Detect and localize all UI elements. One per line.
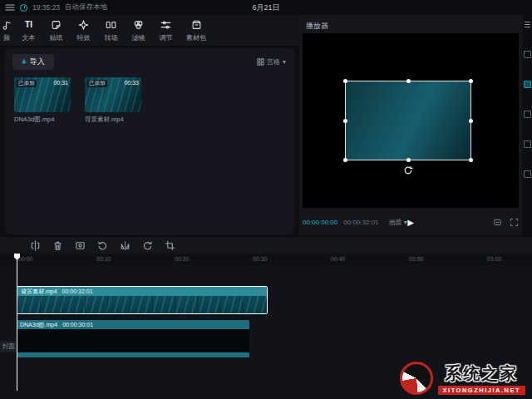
media-duration: 00:31 xyxy=(53,80,68,86)
rotate-handle[interactable] xyxy=(403,164,413,174)
player-controls: 00:00:00:00 00:00:32:01 画质 ▾ ▶ xyxy=(303,216,519,229)
video-editor-window: 19:35:23 自动保存本地 6月21日 频 TI 文本 贴纸 特效 转场 滤… xyxy=(0,0,532,399)
sticker-icon xyxy=(50,19,62,31)
tab-transition[interactable]: 转场 xyxy=(97,19,125,42)
media-thumbnail[interactable]: 已添加 00:31 xyxy=(14,77,71,112)
clip-duration: 00:00:30:01 xyxy=(62,322,93,328)
tab-filter[interactable]: 滤镜 xyxy=(125,19,152,42)
timeline-ruler[interactable]: 00:00 00:10 00:20 00:30 00:40 00:50 01:0… xyxy=(0,254,532,265)
ruler-label: 00:10 xyxy=(96,256,111,262)
ruler-label: 01:00 xyxy=(487,256,502,262)
import-button[interactable]: + 导入 xyxy=(12,54,54,70)
timeline-toolbar xyxy=(0,236,532,254)
playhead-line[interactable] xyxy=(17,254,17,391)
clip-name: DNA3d图.mp4 xyxy=(20,321,57,329)
freeze-frame-icon[interactable] xyxy=(75,240,86,251)
resize-handle[interactable] xyxy=(469,158,473,162)
reverse-icon[interactable] xyxy=(97,240,108,251)
tab-material-pack[interactable]: 素材包 xyxy=(180,19,213,42)
resize-handle[interactable] xyxy=(343,119,347,123)
total-timecode: 00:00:32:01 xyxy=(343,219,378,226)
adjust-icon xyxy=(160,19,172,31)
media-item[interactable]: 已添加 00:33 背景素材.mp4 xyxy=(85,77,141,124)
clip-duration: 00:00:32:01 xyxy=(62,288,93,294)
resize-handle[interactable] xyxy=(406,79,411,83)
ruler-label: 00:50 xyxy=(409,256,424,262)
watermark-logo xyxy=(400,362,433,395)
tab-sticker[interactable]: 贴纸 xyxy=(42,19,70,42)
text-icon: TI xyxy=(25,19,32,31)
menu-icon[interactable] xyxy=(5,3,15,12)
clip-audio-strip xyxy=(17,352,249,357)
rail-active-panel-icon[interactable] xyxy=(524,81,531,88)
chevron-down-icon: ▾ xyxy=(283,58,286,66)
split-icon[interactable] xyxy=(30,240,41,251)
media-grid: 已添加 00:31 DNA3d图.mp4 已添加 00:33 背景素材.mp4 xyxy=(5,70,294,124)
crop-icon[interactable] xyxy=(165,240,175,251)
selected-clip-preview[interactable] xyxy=(345,81,471,160)
autosave-time: 19:35:23 xyxy=(32,3,60,12)
rail-panel-icon[interactable] xyxy=(524,51,531,58)
media-filename: DNA3d图.mp4 xyxy=(14,116,71,124)
play-button[interactable]: ▶ xyxy=(407,218,414,227)
media-panel-header: + 导入 宫格 ▾ xyxy=(5,48,294,70)
current-timecode: 00:00:00:00 xyxy=(303,219,337,226)
timeline-clip[interactable]: DNA3d图.mp4 00:00:30:01 xyxy=(17,320,249,358)
right-rail xyxy=(523,15,532,235)
media-library-panel: + 导入 宫格 ▾ 已添加 00:31 DNA3d图.mp4 已添加 00:33 xyxy=(5,48,294,234)
watermark: 系统之家 XITONGZHIJIA.NET xyxy=(400,362,525,395)
watermark-site: XITONGZHIJIA.NET xyxy=(438,386,525,395)
import-label: 导入 xyxy=(30,57,45,67)
player-title: 播放器 xyxy=(299,15,522,32)
resize-handle[interactable] xyxy=(406,158,411,162)
grid-icon xyxy=(257,58,264,66)
audio-icon xyxy=(1,19,13,31)
quality-dropdown[interactable]: 画质 ▾ xyxy=(389,218,407,227)
filter-icon xyxy=(132,19,145,31)
rail-panel-icon[interactable] xyxy=(524,140,531,148)
view-mode-label: 宫格 xyxy=(267,57,280,66)
resize-handle[interactable] xyxy=(343,79,347,83)
clock-icon xyxy=(20,4,27,12)
effects-icon xyxy=(77,19,90,31)
resize-handle[interactable] xyxy=(343,158,347,162)
plus-icon: + xyxy=(22,58,27,66)
autosave-status: 自动保存本地 xyxy=(65,2,107,12)
delete-icon[interactable] xyxy=(52,240,63,251)
tab-adjust[interactable]: 调节 xyxy=(152,19,180,42)
view-mode-dropdown[interactable]: 宫格 ▾ xyxy=(257,57,286,66)
fullscreen-button[interactable] xyxy=(510,218,519,227)
rotate-icon[interactable] xyxy=(142,240,153,251)
top-bar: 19:35:23 自动保存本地 6月21日 xyxy=(0,0,532,15)
rail-panel-icon[interactable] xyxy=(524,170,531,178)
tab-effects[interactable]: 特效 xyxy=(70,19,97,42)
ratio-icon xyxy=(493,218,502,227)
media-duration: 00:33 xyxy=(124,80,139,86)
ruler-label: 00:20 xyxy=(175,256,190,262)
watermark-title: 系统之家 xyxy=(445,362,518,385)
player-panel: 播放器 00:00:00:00 00:00:32:01 画质 ▾ ▶ xyxy=(299,15,522,235)
ruler-label: 00:00 xyxy=(18,256,33,262)
media-thumbnail[interactable]: 已添加 00:33 xyxy=(85,77,141,112)
ruler-label: 00:40 xyxy=(331,256,346,262)
mirror-icon[interactable] xyxy=(120,240,131,251)
rail-menu-icon[interactable] xyxy=(525,22,530,28)
transition-icon xyxy=(105,19,117,31)
media-item[interactable]: 已添加 00:31 DNA3d图.mp4 xyxy=(14,77,71,124)
tab-audio[interactable]: 频 xyxy=(0,19,15,42)
media-filename: 背景素材.mp4 xyxy=(85,116,141,124)
rotate-icon xyxy=(403,165,413,175)
ratio-button[interactable] xyxy=(493,218,502,227)
cover-button[interactable]: 封面 xyxy=(0,341,17,352)
project-date: 6月21日 xyxy=(252,2,279,13)
clip-filmstrip xyxy=(17,296,267,313)
clip-name: 背景素材.mp4 xyxy=(21,288,57,296)
resize-handle[interactable] xyxy=(469,119,473,123)
package-icon xyxy=(190,19,203,31)
timeline-clip-selected[interactable]: 背景素材.mp4 00:00:32:01 xyxy=(17,286,268,314)
player-viewport[interactable] xyxy=(303,33,519,208)
added-badge: 已添加 xyxy=(17,80,37,87)
resize-handle[interactable] xyxy=(469,79,473,83)
rail-panel-icon[interactable] xyxy=(524,111,531,118)
tab-text[interactable]: TI 文本 xyxy=(15,19,42,42)
